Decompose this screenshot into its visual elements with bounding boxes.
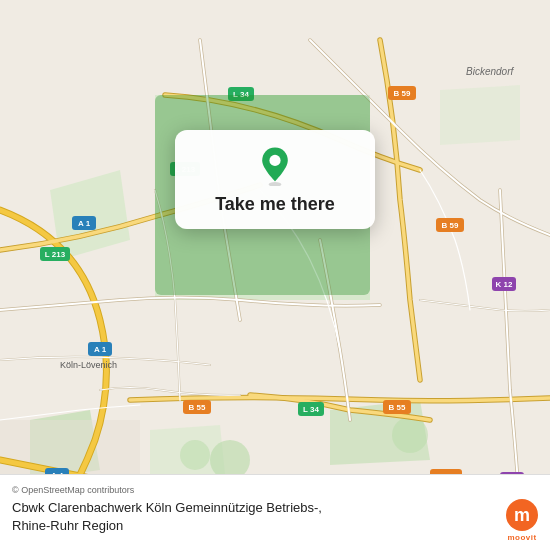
location-pin-icon: [255, 146, 295, 186]
svg-text:B 59: B 59: [442, 221, 459, 230]
map-container: Bickendorf Köln-Lövenich A 1 A 1 A 4 B 5…: [0, 0, 550, 550]
svg-point-9: [392, 417, 428, 453]
svg-text:K 12: K 12: [496, 280, 513, 289]
svg-text:L 213: L 213: [45, 250, 66, 259]
moovit-logo[interactable]: m moovit: [506, 499, 538, 542]
svg-text:B 59: B 59: [394, 89, 411, 98]
svg-text:L 34: L 34: [303, 405, 319, 414]
moovit-icon: m: [506, 499, 538, 531]
svg-point-8: [180, 440, 210, 470]
svg-text:Köln-Lövenich: Köln-Lövenich: [60, 360, 117, 370]
take-me-there-button[interactable]: Take me there: [215, 194, 335, 215]
map-svg: Bickendorf Köln-Lövenich A 1 A 1 A 4 B 5…: [0, 0, 550, 550]
svg-text:Bickendorf: Bickendorf: [466, 66, 514, 77]
info-panel: © OpenStreetMap contributors Cbwk Claren…: [0, 474, 550, 550]
svg-text:A 1: A 1: [78, 219, 91, 228]
svg-text:B 55: B 55: [389, 403, 406, 412]
location-secondary: Rhine-Ruhr Region: [12, 518, 123, 533]
copyright-text: © OpenStreetMap contributors: [12, 485, 538, 495]
popup-card: Take me there: [175, 130, 375, 229]
svg-marker-6: [440, 85, 520, 145]
svg-point-44: [269, 182, 282, 186]
moovit-label: moovit: [507, 533, 536, 542]
location-name: Cbwk Clarenbachwerk Köln Gemeinnützige B…: [12, 499, 506, 535]
svg-text:B 55: B 55: [189, 403, 206, 412]
svg-point-45: [269, 155, 280, 166]
moovit-m-letter: m: [514, 506, 530, 524]
location-row: Cbwk Clarenbachwerk Köln Gemeinnützige B…: [12, 499, 538, 542]
svg-text:A 1: A 1: [94, 345, 107, 354]
location-primary: Cbwk Clarenbachwerk Köln Gemeinnützige B…: [12, 500, 322, 515]
